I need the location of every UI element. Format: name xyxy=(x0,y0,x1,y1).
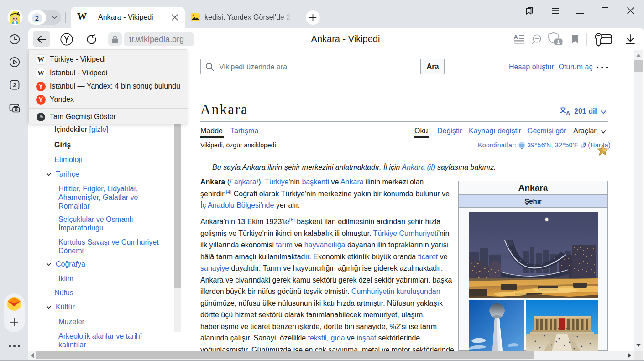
svg-text:A: A xyxy=(513,34,518,41)
svg-text:2: 2 xyxy=(35,14,39,22)
svg-text:1: 1 xyxy=(557,39,560,45)
svg-text:2: 2 xyxy=(13,82,16,89)
svg-text:A: A xyxy=(566,110,571,116)
